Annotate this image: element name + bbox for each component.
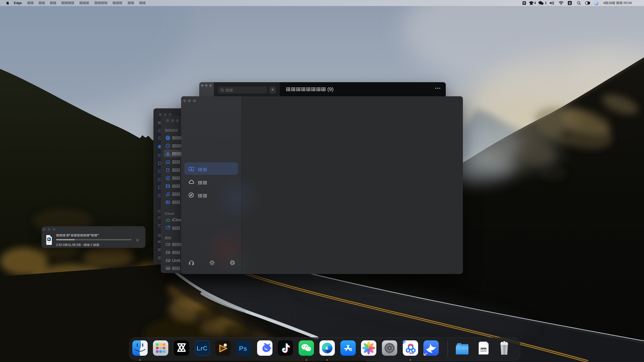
svg-text:Ps: Ps — [239, 345, 247, 352]
svg-text:LrC: LrC — [196, 345, 207, 352]
svg-text:S: S — [569, 2, 571, 5]
